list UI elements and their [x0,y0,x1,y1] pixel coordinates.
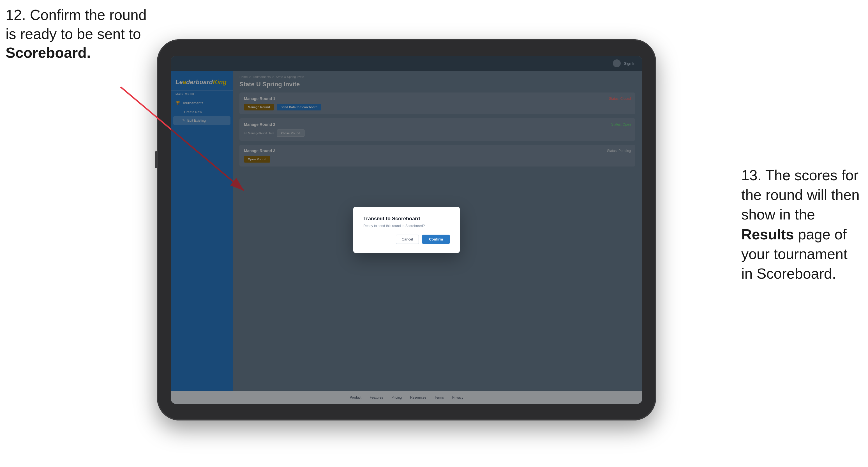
confirm-button[interactable]: Confirm [422,235,450,244]
annotation-right: 13. The scores forthe round will thensho… [741,165,860,283]
tablet-device: Sign In LeaderboardKing MAIN MENU 🏆 Tour… [157,39,656,421]
transmit-modal: Transmit to Scoreboard Ready to send thi… [353,207,460,253]
modal-overlay: Transmit to Scoreboard Ready to send thi… [233,71,642,391]
annotation-line1: 12. Confirm the round [6,7,147,23]
modal-subtitle: Ready to send this round to Scoreboard? [363,224,450,228]
modal-actions: Cancel Confirm [363,235,450,244]
tablet-side-button [155,151,157,168]
annotation-line3-bold: Scoreboard. [6,44,91,61]
modal-title: Transmit to Scoreboard [363,216,450,222]
annotation-top: 12. Confirm the round is ready to be sen… [6,6,147,63]
main-layout: LeaderboardKing MAIN MENU 🏆 Tournaments … [171,71,642,391]
annotation-line2: is ready to be sent to [6,26,141,42]
tablet-screen: Sign In LeaderboardKing MAIN MENU 🏆 Tour… [171,56,642,404]
cancel-button[interactable]: Cancel [396,235,419,244]
main-content: Home > Tournaments > State U Spring Invi… [233,71,642,391]
